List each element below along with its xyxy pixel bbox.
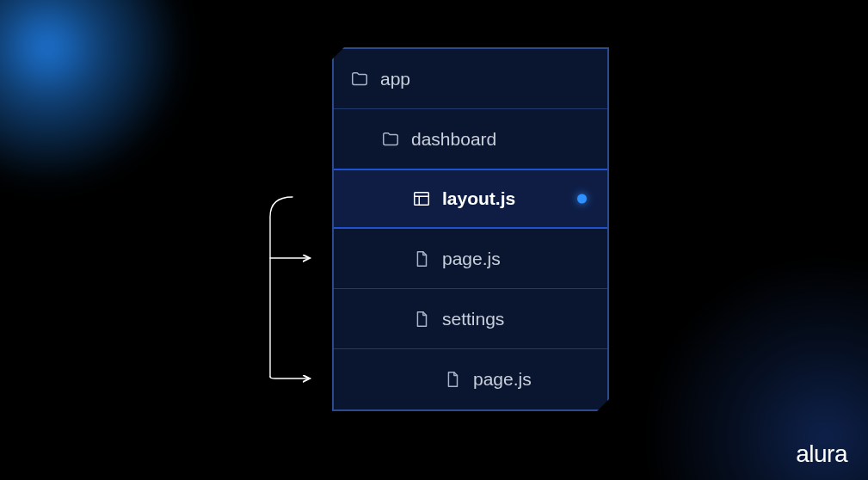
tree-label: layout.js: [442, 188, 515, 209]
tree-label: page.js: [442, 249, 501, 269]
tree-row-settings-page[interactable]: page.js: [334, 349, 607, 409]
glow-decoration-top: [0, 0, 198, 198]
tree-label: app: [380, 69, 410, 89]
layout-icon: [411, 188, 432, 209]
tree-row-layout[interactable]: layout.js: [334, 169, 607, 229]
tree-label: settings: [442, 309, 504, 329]
tree-label: dashboard: [411, 129, 496, 150]
brand-logo: alura: [796, 440, 847, 468]
file-icon: [411, 249, 432, 269]
folder-icon: [349, 69, 370, 89]
file-icon: [442, 369, 463, 390]
file-icon: [411, 309, 432, 329]
tree-row-page[interactable]: page.js: [334, 229, 607, 289]
svg-rect-0: [415, 193, 429, 206]
tree-row-dashboard[interactable]: dashboard: [334, 109, 607, 169]
file-tree-panel: app dashboard layout.js page.js settings…: [332, 47, 609, 411]
active-indicator-dot: [577, 194, 587, 204]
tree-row-settings[interactable]: settings: [334, 289, 607, 349]
folder-icon: [380, 129, 401, 150]
tree-row-app[interactable]: app: [334, 49, 607, 109]
tree-label: page.js: [473, 369, 532, 390]
